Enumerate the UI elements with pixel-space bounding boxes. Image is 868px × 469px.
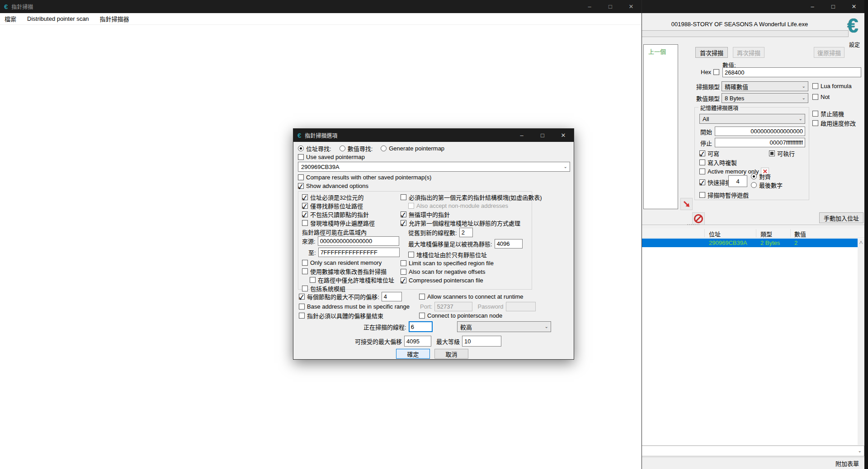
speedhack-checkbox[interactable] — [812, 120, 818, 126]
lua-formula-checkbox[interactable] — [812, 83, 818, 89]
close-icon[interactable]: ✕ — [621, 0, 642, 13]
compare-results-checkbox[interactable] — [298, 174, 304, 180]
end-offset-checkbox[interactable] — [299, 313, 305, 319]
option-row[interactable]: 堆棧位址由於只有靜態位址 — [401, 250, 494, 259]
last-digits-radio[interactable] — [751, 182, 757, 188]
checkbox[interactable] — [401, 277, 406, 283]
checkbox[interactable] — [401, 269, 406, 275]
mode-pointermap-radio-row[interactable]: Generate pointermap — [381, 145, 444, 152]
table-row[interactable]: 290969CB39A 2 Bytes 2 — [615, 239, 858, 247]
writable-checkbox[interactable] — [699, 150, 705, 156]
pause-game-checkbox[interactable] — [699, 192, 705, 198]
option-row[interactable]: 僅尋找靜態位址路徑 — [302, 202, 375, 210]
checkbox[interactable] — [302, 211, 308, 217]
column-header-address[interactable]: 位址 — [709, 230, 721, 238]
menu-item-file[interactable]: 檔案 — [5, 14, 16, 23]
pointermap-combo[interactable]: 290969CB39A ⌄ — [298, 162, 570, 172]
scan-type-combo[interactable]: 精確數值 ⌄ — [722, 81, 808, 91]
generate-pointermap-radio[interactable] — [381, 145, 387, 151]
table-scrollbar[interactable]: ∧ — [858, 239, 864, 445]
from-address-input[interactable] — [318, 236, 399, 246]
not-checkbox[interactable] — [812, 94, 818, 100]
option-row[interactable]: Limit scan to specified region file — [401, 259, 494, 267]
checkbox[interactable] — [302, 286, 308, 291]
max-different-offsets-checkbox[interactable] — [299, 294, 305, 300]
value-search-radio[interactable] — [340, 145, 345, 151]
address-search-radio[interactable] — [298, 145, 304, 151]
add-address-manually-button[interactable]: 手動加入位址 — [819, 212, 863, 223]
connect-node-checkbox[interactable] — [419, 313, 425, 319]
scrollbar-up-icon[interactable]: ∧ — [858, 239, 864, 246]
hex-checkbox[interactable] — [713, 69, 719, 75]
checkbox[interactable] — [302, 260, 308, 266]
checkbox[interactable] — [401, 220, 406, 226]
mode-address-radio-row[interactable]: 位址尋找: — [298, 144, 331, 153]
minimize-icon[interactable]: – — [579, 0, 600, 13]
mode-value-radio-row[interactable]: 數值尋找: — [340, 144, 373, 153]
changed-value-arrow-button[interactable] — [680, 198, 693, 210]
checkbox[interactable] — [302, 203, 308, 209]
maximize-icon[interactable]: □ — [532, 129, 553, 142]
checkbox[interactable] — [401, 194, 406, 200]
to-address-input[interactable] — [318, 248, 400, 257]
checkbox[interactable] — [302, 194, 308, 200]
checkbox[interactable] — [408, 252, 414, 258]
checkbox[interactable] — [310, 277, 316, 283]
scan-threads-input[interactable] — [409, 321, 433, 332]
checkbox[interactable] — [408, 203, 414, 209]
option-row[interactable]: 無循環中的指針 — [401, 210, 542, 219]
active-memory-checkbox[interactable] — [699, 169, 705, 174]
option-row[interactable]: Compressed pointerscan file — [401, 276, 494, 285]
fast-scan-alignment-input[interactable] — [728, 175, 747, 187]
checkbox[interactable] — [401, 260, 406, 266]
option-row[interactable]: 發現堆棧時停止遍歷路徑 — [302, 219, 375, 227]
show-advanced-options-checkbox[interactable] — [298, 183, 304, 189]
threads-input[interactable] — [459, 228, 473, 237]
option-row[interactable]: 使用數據堆收集改善指針掃描 — [302, 267, 394, 276]
stop-address-input[interactable] — [715, 138, 805, 147]
close-icon[interactable]: ✕ — [553, 129, 574, 142]
close-icon[interactable]: ✕ — [844, 0, 864, 13]
checkbox[interactable] — [302, 268, 308, 274]
option-row[interactable]: 位址必須是32位元的 — [302, 193, 375, 202]
option-row[interactable]: 允許第一個線程堆棧地址以靜態的方式處理 — [401, 219, 542, 227]
align-radio[interactable] — [751, 174, 757, 179]
maximize-icon[interactable]: □ — [823, 0, 844, 13]
max-level-input[interactable] — [462, 336, 501, 347]
scan-value-input[interactable] — [722, 67, 861, 77]
settings-link[interactable]: 設定 — [849, 41, 860, 48]
max-different-offsets-input[interactable] — [382, 292, 402, 301]
ok-button[interactable]: 確定 — [396, 349, 430, 359]
checkbox[interactable] — [401, 211, 406, 217]
copy-on-write-checkbox[interactable] — [699, 159, 705, 165]
use-saved-pointermap-checkbox[interactable] — [298, 154, 304, 160]
option-row[interactable]: 不包括只讀節點的指針 — [302, 210, 375, 219]
column-header-type[interactable]: 類型 — [760, 230, 772, 238]
executable-checkbox[interactable] — [769, 150, 775, 156]
value-type-combo[interactable]: 8 Bytes ⌄ — [722, 93, 808, 103]
menu-item-pointer-scanner[interactable]: 指針掃描器 — [100, 14, 129, 23]
priority-combo[interactable]: 較高 ⌄ — [457, 321, 551, 332]
allow-scanners-checkbox[interactable] — [419, 294, 425, 300]
option-row[interactable]: Also scan for negative offsets — [401, 267, 494, 276]
base-address-range-checkbox[interactable] — [299, 304, 305, 310]
cheat-engine-logo-icon[interactable]: € — [847, 15, 858, 36]
stack-offset-input[interactable] — [495, 239, 523, 249]
option-row[interactable]: Only scan resident memory — [302, 258, 394, 267]
column-header-value[interactable]: 數值 — [794, 230, 806, 238]
checkbox[interactable] — [302, 220, 308, 226]
menu-item-distributed-pointer-scan[interactable]: Distributed pointer scan — [27, 15, 89, 22]
start-address-input[interactable] — [715, 127, 805, 136]
max-offset-input[interactable] — [404, 336, 431, 347]
minimize-icon[interactable]: – — [802, 0, 823, 13]
first-scan-button[interactable]: 首次掃描 — [695, 47, 728, 58]
splitter[interactable]: ▪▪▪▪▪▪▪ — [615, 225, 864, 227]
bottom-combo[interactable]: ⌄ — [618, 446, 864, 456]
minimize-icon[interactable]: – — [511, 129, 532, 142]
fast-scan-checkbox[interactable] — [699, 179, 705, 185]
option-row[interactable]: 在路徑中僅允許堆棧和堆位址 — [302, 276, 394, 284]
option-row[interactable]: Also accept non-module addresses — [401, 202, 542, 210]
memory-region-combo[interactable]: All ⌄ — [699, 114, 805, 124]
maximize-icon[interactable]: □ — [600, 0, 621, 13]
option-row[interactable]: 必須指出的第一個元素的指針結構模塊(如虛函數表) — [401, 193, 542, 202]
